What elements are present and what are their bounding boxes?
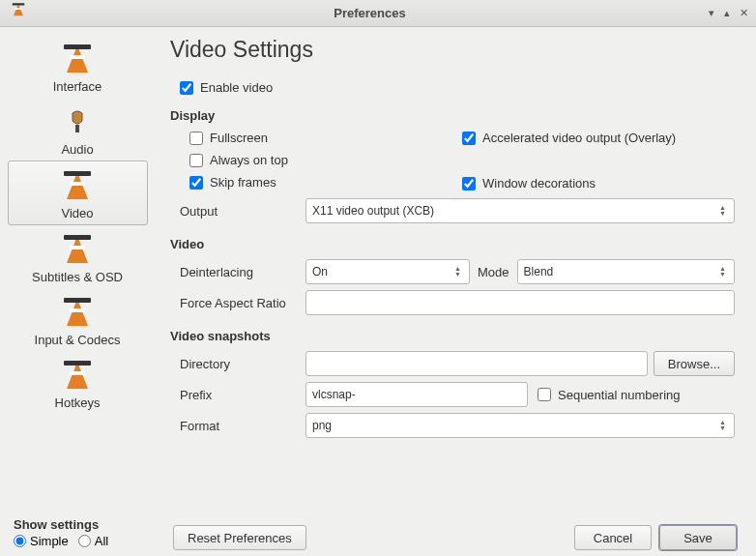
maximize-icon[interactable]: ▴ — [724, 7, 730, 19]
vlc-cone-icon — [8, 6, 23, 21]
mode-label: Mode — [478, 265, 509, 279]
sidebar-item-audio[interactable]: Audio — [8, 98, 148, 161]
sidebar-item-input-codecs[interactable]: Input & Codecs — [8, 288, 148, 351]
sidebar-item-interface[interactable]: Interface — [8, 35, 148, 98]
sidebar-item-label: Hotkeys — [55, 395, 101, 410]
video-section-title: Video — [170, 237, 735, 251]
sidebar-item-label: Subtitles & OSD — [32, 270, 123, 284]
directory-input[interactable] — [305, 351, 648, 376]
hotkeys-icon — [58, 357, 97, 394]
svg-rect-0 — [75, 125, 79, 132]
minimize-icon[interactable]: ▾ — [709, 7, 714, 19]
sidebar-item-video[interactable]: Video — [8, 161, 148, 225]
sidebar-item-label: Input & Codecs — [35, 333, 121, 347]
skip-frames-checkbox[interactable]: Skip frames — [189, 175, 462, 190]
sequential-numbering-checkbox[interactable]: Sequential numbering — [538, 388, 680, 402]
prefix-label: Prefix — [180, 388, 305, 402]
save-button[interactable]: Save — [659, 525, 737, 550]
display-section-title: Display — [170, 108, 735, 123]
reset-preferences-button[interactable]: Reset Preferences — [173, 525, 306, 550]
force-aspect-ratio-label: Force Aspect Ratio — [180, 296, 305, 310]
fullscreen-checkbox[interactable]: Fullscreen — [189, 131, 462, 145]
spinner-icon: ▲▼ — [719, 420, 728, 431]
simple-radio[interactable]: Simple — [14, 534, 69, 548]
enable-video-label: Enable video — [200, 80, 273, 95]
spinner-icon: ▲▼ — [719, 205, 728, 217]
video-icon — [58, 167, 97, 204]
sidebar-item-subtitles[interactable]: Subtitles & OSD — [8, 225, 148, 288]
audio-icon — [58, 103, 97, 140]
accelerated-output-checkbox[interactable]: Accelerated video output (Overlay) — [462, 131, 735, 145]
output-select[interactable]: X11 video output (XCB) ▲▼ — [305, 198, 735, 223]
format-select[interactable]: png▲▼ — [305, 413, 735, 438]
snapshots-section-title: Video snapshots — [170, 329, 735, 343]
sidebar-item-label: Video — [61, 206, 93, 220]
sidebar: Interface Audio Video Subtitles & OSD In… — [0, 27, 155, 519]
main-panel: Video Settings Enable video Display Full… — [155, 27, 756, 519]
prefix-input[interactable] — [305, 382, 528, 407]
browse-button[interactable]: Browse... — [654, 351, 735, 376]
window-decorations-checkbox[interactable]: Window decorations — [462, 176, 735, 190]
mode-select[interactable]: Blend▲▼ — [517, 259, 735, 284]
page-title: Video Settings — [170, 37, 735, 63]
always-on-top-checkbox[interactable]: Always on top — [189, 153, 462, 167]
force-aspect-ratio-input[interactable] — [305, 290, 735, 315]
enable-video-checkbox[interactable]: Enable video — [180, 80, 273, 95]
interface-icon — [58, 41, 97, 77]
cancel-button[interactable]: Cancel — [574, 525, 652, 550]
sidebar-item-label: Interface — [53, 79, 102, 94]
window-title: Preferences — [31, 6, 709, 20]
show-settings: Show settings Simple All — [14, 517, 108, 548]
directory-label: Directory — [180, 357, 305, 371]
deinterlacing-select[interactable]: On▲▼ — [305, 259, 470, 284]
show-settings-title: Show settings — [14, 517, 108, 532]
all-radio[interactable]: All — [78, 534, 108, 548]
spinner-icon: ▲▼ — [454, 266, 463, 278]
output-label: Output — [180, 204, 305, 219]
deinterlacing-label: Deinterlacing — [180, 265, 305, 279]
format-label: Format — [180, 419, 305, 433]
close-icon[interactable]: ✕ — [740, 7, 748, 19]
spinner-icon: ▲▼ — [719, 266, 728, 278]
subtitles-icon — [58, 231, 97, 268]
sidebar-item-label: Audio — [61, 142, 93, 157]
titlebar: Preferences ▾ ▴ ✕ — [0, 0, 756, 27]
codecs-icon — [58, 294, 97, 331]
sidebar-item-hotkeys[interactable]: Hotkeys — [8, 351, 148, 414]
